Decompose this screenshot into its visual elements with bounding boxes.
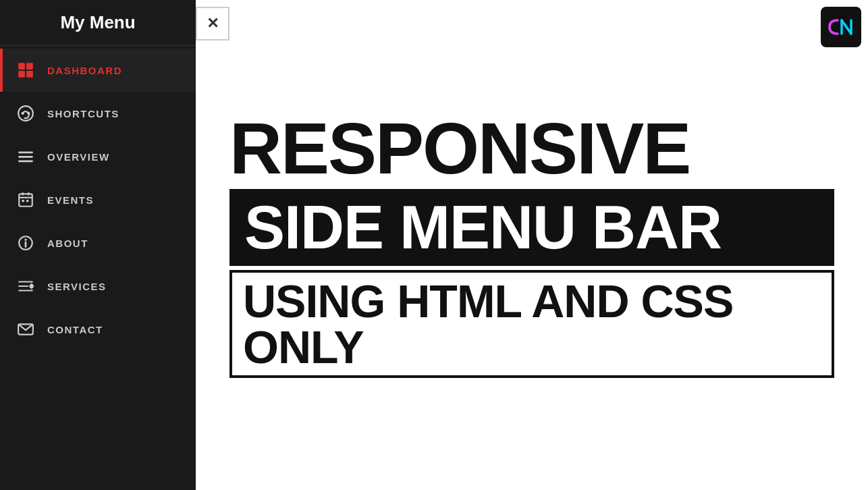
svg-rect-9: [18, 160, 33, 162]
svg-point-18: [24, 239, 26, 241]
hero-line3: USING HTML AND CSS ONLY: [243, 278, 821, 370]
sidebar-item-dashboard[interactable]: DASHBOARD: [0, 49, 196, 92]
main-content: RESPONSIVE SIDE MENU BAR USING HTML AND …: [196, 0, 868, 490]
sidebar-item-contact-label: CONTACT: [47, 324, 103, 335]
svg-rect-20: [18, 285, 28, 287]
svg-point-22: [29, 284, 34, 289]
sidebar-title: My Menu: [60, 12, 135, 32]
sidebar-item-overview[interactable]: OVERVIEW: [0, 135, 196, 178]
sidebar-item-about[interactable]: ABOUT: [0, 221, 196, 265]
sidebar-item-events-label: EVENTS: [47, 194, 94, 206]
hero-line1: RESPONSIVE: [229, 112, 834, 185]
sidebar-item-shortcuts-label: SHORTCUTS: [47, 108, 119, 119]
sidebar-item-services-label: SERVICES: [47, 281, 107, 292]
svg-rect-7: [18, 151, 33, 153]
services-icon: [16, 277, 35, 296]
sidebar-header: My Menu: [0, 0, 196, 46]
sidebar-item-about-label: ABOUT: [47, 238, 88, 249]
sidebar-item-overview-label: OVERVIEW: [47, 151, 110, 163]
sidebar-item-contact[interactable]: CONTACT: [0, 308, 196, 351]
svg-rect-0: [18, 63, 25, 70]
sidebar-item-dashboard-label: DASHBOARD: [47, 65, 122, 76]
coding-nepal-logo: [824, 10, 858, 44]
sidebar: My Menu DASHBOARD: [0, 0, 196, 490]
svg-rect-21: [18, 290, 33, 291]
svg-rect-14: [22, 200, 24, 202]
dashboard-icon: [16, 61, 35, 80]
sidebar-item-shortcuts[interactable]: SHORTCUTS: [0, 92, 196, 135]
svg-rect-15: [26, 200, 28, 202]
about-icon: [16, 234, 35, 252]
close-icon: ✕: [207, 15, 219, 32]
hero-text: RESPONSIVE SIDE MENU BAR USING HTML AND …: [229, 112, 834, 378]
events-icon: [16, 190, 35, 209]
hero-line2-wrapper: SIDE MENU BAR: [229, 189, 834, 266]
shortcuts-icon: [16, 104, 35, 123]
hero-line2: SIDE MENU BAR: [244, 197, 819, 258]
svg-rect-19: [18, 281, 33, 282]
svg-rect-2: [18, 71, 25, 78]
svg-rect-1: [26, 63, 33, 70]
svg-rect-10: [19, 194, 32, 206]
sidebar-nav: DASHBOARD SHORTCUTS: [0, 49, 196, 351]
close-button[interactable]: ✕: [196, 7, 229, 40]
overview-icon: [16, 147, 35, 166]
sidebar-item-events[interactable]: EVENTS: [0, 178, 196, 221]
svg-rect-3: [26, 71, 33, 78]
svg-rect-8: [18, 156, 33, 158]
contact-icon: [16, 320, 35, 339]
svg-point-5: [22, 112, 24, 115]
sidebar-item-services[interactable]: SERVICES: [0, 265, 196, 308]
hero-line3-wrapper: USING HTML AND CSS ONLY: [229, 270, 834, 378]
svg-point-6: [27, 112, 30, 115]
logo-corner: [821, 7, 861, 47]
